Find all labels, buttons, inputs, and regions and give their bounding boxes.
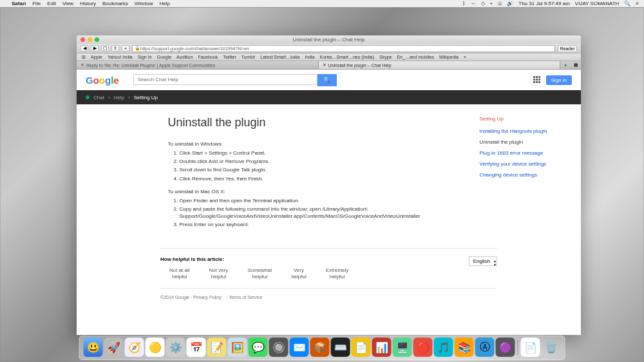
bluetooth-icon[interactable]: ᛒ — [462, 1, 466, 6]
dock-appstore[interactable]: Ⓐ — [475, 338, 495, 357]
dock-numbers[interactable]: 📊 — [372, 338, 392, 357]
bookmark-item[interactable]: Apple — [91, 55, 102, 59]
close-tab-icon[interactable]: ✕ — [323, 62, 327, 68]
dock-app1[interactable]: 📦 — [310, 338, 330, 357]
language-selector[interactable]: English — [469, 256, 497, 266]
menubar-user[interactable]: VIJAY SOMANATH — [575, 1, 619, 6]
dock-messages[interactable]: 💬 — [249, 338, 268, 357]
dock-preview[interactable]: 🖼️ — [228, 338, 247, 357]
dock-launchpad[interactable]: 🚀 — [104, 338, 124, 357]
menu-help[interactable]: Help — [159, 1, 169, 6]
dock-ibooks[interactable]: 📚 — [455, 338, 474, 357]
dock-app2[interactable]: 🖥️ — [393, 338, 412, 357]
tab-apple-support[interactable]: ✕Reply to 'Re: Re: Uninstall Plugins' | … — [77, 61, 319, 69]
mac-step: Copy and paste the following command int… — [180, 205, 462, 220]
search-button[interactable]: 🔍 — [317, 74, 337, 86]
crumb-help[interactable]: Help — [114, 95, 124, 100]
feedback-option[interactable]: Veryhelpful — [291, 267, 307, 281]
volume-icon[interactable]: 🔊 — [507, 1, 513, 6]
win-step: Click Start > Settings > Control Panel. — [180, 149, 462, 157]
menu-bookmarks[interactable]: Bookmarks — [102, 1, 128, 6]
dock-trash[interactable]: 🗑️ — [542, 338, 561, 357]
bookmark-item[interactable]: En_…and mobiles — [397, 55, 433, 59]
menu-window[interactable]: Window — [135, 1, 153, 6]
copyright: ©2014 Google — [160, 295, 189, 300]
sidebar-link[interactable]: Plug-in 1603 error message — [480, 150, 565, 156]
bookmark-item[interactable]: Wikipedia — [439, 55, 459, 59]
win-step: Scroll down to find Google Talk plugin. — [180, 166, 462, 173]
footer-terms[interactable]: Terms of Service — [229, 295, 262, 300]
bookmark-item[interactable]: Skype — [379, 55, 392, 59]
dock-calendar[interactable]: 📅 — [187, 338, 206, 357]
bookmark-item[interactable]: Sign In — [138, 55, 152, 59]
dock-safari[interactable]: 🧭 — [125, 338, 144, 357]
tab-chat-help[interactable]: ✕Uninstall the plugin – Chat Help — [319, 61, 561, 69]
google-logo[interactable]: Google — [86, 75, 119, 86]
feedback-option[interactable]: Not at allhelpful — [169, 267, 190, 281]
dropbox-icon[interactable]: ◇ — [481, 1, 485, 6]
footer-privacy[interactable]: Privacy Policy — [193, 295, 222, 300]
forward-button[interactable]: ▶ — [91, 45, 99, 52]
browser-toolbar: ◀ ▶ ▢ ⇪ + 🔒 https://support.google.com/c… — [77, 44, 581, 53]
bookmark-overflow[interactable]: » — [464, 55, 466, 59]
sidebar-link[interactable]: Changing device settings — [480, 172, 565, 178]
crumb-chat[interactable]: Chat — [93, 95, 104, 100]
menu-view[interactable]: View — [62, 1, 73, 6]
dock-app3[interactable]: 🔴 — [413, 338, 433, 357]
feedback-option[interactable]: Somewhathelpful — [247, 267, 272, 281]
menu-edit[interactable]: Edit — [47, 1, 56, 6]
reader-button[interactable]: Reader — [558, 45, 577, 52]
menu-history[interactable]: History — [80, 1, 96, 6]
sidebar: Setting Up Installing the Hangouts plugi… — [471, 116, 574, 235]
app-name-menu[interactable]: Safari — [12, 1, 26, 6]
bm-grid-icon[interactable]: ⊞ — [82, 55, 86, 60]
dock-terminal[interactable]: ⌨️ — [331, 338, 350, 357]
bookmark-item[interactable]: Tumblr — [242, 55, 256, 59]
dock-mail[interactable]: ✉️ — [290, 338, 309, 357]
close-tab-icon[interactable]: ✕ — [80, 62, 84, 68]
add-bookmark-button[interactable]: + — [122, 45, 129, 52]
spotlight-icon[interactable]: 🔍 — [624, 1, 630, 6]
dock-quicktime[interactable]: 🔘 — [269, 338, 289, 357]
sidebar-link[interactable]: Verifying your device settings — [480, 161, 565, 167]
dock-separator — [518, 340, 518, 356]
search-input[interactable] — [133, 74, 317, 85]
feedback-option[interactable]: Extremelyhelpful — [326, 267, 349, 281]
dock-chrome[interactable]: 🟡 — [146, 338, 165, 357]
feedback-option[interactable]: Not veryhelpful — [209, 267, 229, 281]
tab-bar: ✕Reply to 'Re: Re: Uninstall Plugins' | … — [77, 61, 581, 70]
notifications-icon[interactable]: ≡ — [636, 1, 639, 6]
bookmark-item[interactable]: Audition — [176, 55, 193, 59]
feedback-section: English How helpful is this article: Not… — [160, 248, 497, 289]
status-dot-icon — [86, 95, 90, 99]
wifi-icon[interactable]: ⦾ — [498, 1, 502, 7]
window-titlebar[interactable]: Uninstall the plugin – Chat Help — [77, 35, 581, 44]
share-button[interactable]: ⇪ — [111, 45, 119, 52]
new-tab-button[interactable]: + — [560, 61, 571, 69]
dock-finder[interactable]: 😃 — [84, 338, 103, 357]
address-bar[interactable]: 🔒 https://support.google.com/chat/answer… — [132, 45, 555, 52]
dock-document[interactable]: 📄 — [521, 338, 540, 357]
back-button[interactable]: ◀ — [80, 45, 88, 52]
dock-notes[interactable]: 📝 — [207, 338, 227, 357]
bookmark-item[interactable]: Twitter — [223, 55, 236, 59]
bookmark-item[interactable]: India — [305, 55, 314, 59]
apps-icon[interactable] — [533, 76, 541, 84]
sync-icon[interactable]: ↔ — [471, 1, 476, 6]
dock-app4[interactable]: 🟣 — [496, 338, 515, 357]
bookmark-item[interactable]: Korea…Smart…nes (India) — [320, 55, 374, 59]
add-icon[interactable]: + — [490, 1, 493, 6]
dock-itunes[interactable]: 🎵 — [434, 338, 453, 357]
bookmark-item[interactable]: Yahoo! India — [108, 55, 133, 59]
bookmark-item[interactable]: Latest Smart…lokia — [260, 55, 299, 59]
menubar-clock[interactable]: Thu 31 Jul 9:57:49 am — [518, 1, 570, 6]
bookmarks-button[interactable]: ▢ — [101, 45, 109, 52]
dock-settings[interactable]: ⚙️ — [166, 338, 185, 357]
sidebar-link[interactable]: Installing the Hangouts plugin — [480, 128, 565, 134]
signin-button[interactable]: Sign in — [546, 75, 572, 85]
bookmark-item[interactable]: Google — [157, 55, 172, 59]
menu-file[interactable]: File — [32, 1, 41, 6]
bookmark-item[interactable]: Facebook — [198, 55, 218, 59]
dock-pages[interactable]: 📄 — [352, 338, 371, 357]
tab-overview-button[interactable]: ▦ — [571, 61, 581, 69]
